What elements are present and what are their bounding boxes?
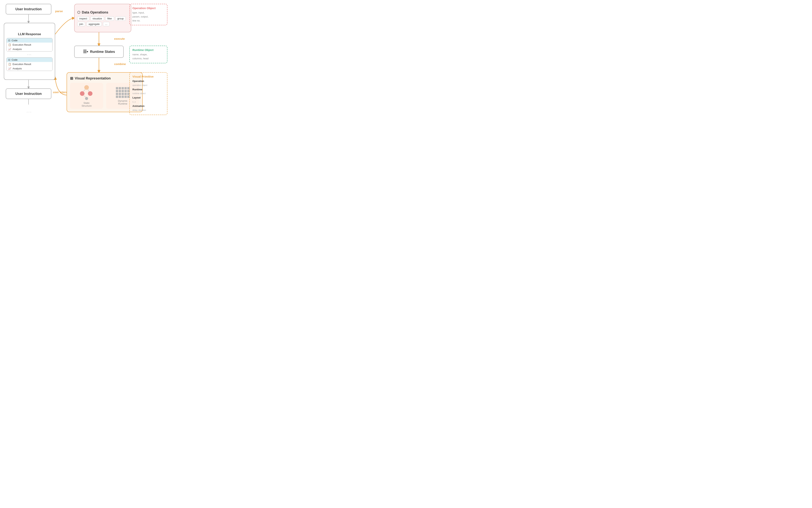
data-ops-title: ⬡ Data Operations xyxy=(77,10,108,14)
llm-execution-label-2: Execution Result xyxy=(12,63,31,66)
llm-code-label: Code xyxy=(12,39,17,42)
svg-point-6 xyxy=(80,91,84,96)
llm-code-row-1: ⊡ Code xyxy=(7,38,52,43)
dynamic-runtime-label: DynamicRuntime xyxy=(118,99,128,105)
data-ops-box: ⬡ Data Operations inspect visualize filt… xyxy=(74,4,131,32)
runtime-object-title: Runtime Object xyxy=(132,48,164,51)
visual-rep-icon: ⊞ xyxy=(70,76,73,81)
code-icon-1: ⊡ xyxy=(8,39,10,42)
combine-label: combine xyxy=(114,62,126,66)
svg-point-8 xyxy=(85,97,88,100)
parse-label: parse xyxy=(55,9,63,13)
svg-line-11 xyxy=(84,96,86,97)
runtime-icon: ☰• xyxy=(83,49,88,54)
llm-analysis-label: Analysis xyxy=(12,48,22,51)
execution-icon-2: 📋 xyxy=(8,63,11,66)
vp-layout: Layout x, y xyxy=(132,96,164,104)
tag-join: join xyxy=(77,22,85,26)
llm-code-block-2: ⊡ Code 📋 Execution Result 📈 Analysis xyxy=(6,57,52,71)
svg-line-10 xyxy=(88,89,89,92)
visual-primitive-title: Visual Primitive xyxy=(132,75,164,78)
visual-panels: StaticStructure DynamicRuntime xyxy=(70,83,139,109)
visual-primitive-box: Visual Primitive Operation operation obj… xyxy=(129,72,167,115)
vp-runtime: Runtime runtime object xyxy=(132,88,164,96)
ops-tags: inspect visualize filter group join aggr… xyxy=(77,16,128,26)
user-instruction-bottom-text: User Instruction xyxy=(15,92,42,96)
operation-object-title: Operation Object xyxy=(132,6,164,10)
user-instruction-top: User Instruction xyxy=(6,4,51,14)
visual-primitive-entries: Operation operation object Runtime runti… xyxy=(132,79,164,112)
tag-aggregate: aggregate xyxy=(86,22,102,26)
analysis-icon-1: 📈 xyxy=(8,48,11,51)
llm-execution-label: Execution Result xyxy=(12,43,31,46)
runtime-states-text: Runtime States xyxy=(90,50,115,54)
svg-point-7 xyxy=(88,91,92,96)
vp-animation: Animation delay, duration xyxy=(132,104,164,112)
llm-analysis-row-1: 📈 Analysis xyxy=(7,47,52,51)
tag-visualize: visualize xyxy=(90,16,104,21)
svg-point-5 xyxy=(84,85,89,90)
analysis-icon-2: 📈 xyxy=(8,67,11,70)
static-structure-label: StaticStructure xyxy=(82,101,92,107)
llm-response-box: LLM Response ⊡ Code 📋 Execution Result 📈… xyxy=(4,23,55,80)
data-ops-title-text: Data Operations xyxy=(82,10,108,14)
runtime-object-box: Runtime Object name, shape,columns, head xyxy=(129,46,167,63)
llm-execution-row-1: 📋 Execution Result xyxy=(7,43,52,47)
runtime-states-box: ☰• Runtime States xyxy=(74,46,124,58)
runtime-object-fields: name, shape,columns, head xyxy=(132,53,164,61)
tag-inspect: inspect xyxy=(77,16,89,21)
tag-filter: filter xyxy=(105,16,114,21)
code-icon-2: ⊡ xyxy=(8,58,10,61)
llm-analysis-row-2: 📈 Analysis xyxy=(7,66,52,71)
llm-ellipsis-mid: ··· xyxy=(27,53,32,57)
llm-code-label-2: Code xyxy=(12,58,17,61)
bottom-ellipsis: ··· xyxy=(27,110,32,114)
llm-code-block-1: ⊡ Code 📋 Execution Result 📈 Analysis xyxy=(6,38,52,51)
llm-title: LLM Response xyxy=(18,32,41,36)
llm-execution-row-2: 📋 Execution Result xyxy=(7,62,52,66)
execution-icon-1: 📋 xyxy=(8,43,11,46)
visual-rep-title-text: Visual Representation xyxy=(75,76,111,80)
tag-more: … xyxy=(103,22,110,26)
svg-line-9 xyxy=(83,89,85,92)
tag-group: group xyxy=(115,16,126,21)
visual-rep-title: ⊞ Visual Representation xyxy=(70,76,111,81)
user-instruction-top-text: User Instruction xyxy=(15,7,42,11)
llm-analysis-label-2: Analysis xyxy=(12,67,22,70)
operation-object-fields: type, input,param, output,line no. xyxy=(132,11,164,23)
vp-operation: Operation operation object xyxy=(132,79,164,87)
tree-svg xyxy=(78,85,95,100)
execute-label: execute xyxy=(114,37,125,40)
grid-vis xyxy=(116,87,129,98)
user-instruction-bottom: User Instruction xyxy=(6,88,51,99)
diagram-container: parse execute combine user interact User… xyxy=(4,4,167,114)
static-structure-panel: StaticStructure xyxy=(70,83,103,109)
llm-code-row-2: ⊡ Code xyxy=(7,57,52,62)
operation-object-box: Operation Object type, input,param, outp… xyxy=(129,4,167,25)
hex-icon: ⬡ xyxy=(77,10,80,14)
